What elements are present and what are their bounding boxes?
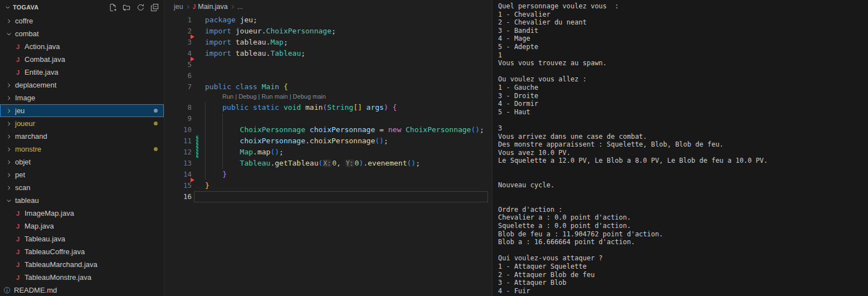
tree-file-tableaucoffre-java[interactable]: JTableauCoffre.java xyxy=(0,245,164,258)
terminal-line: Chevalier a : 0.0 point d'action. xyxy=(498,213,868,222)
code-line-6[interactable]: 6 xyxy=(165,70,492,81)
line-number: 1 xyxy=(165,14,192,26)
code-text: package jeu; xyxy=(205,14,492,26)
line-number: 6 xyxy=(165,70,192,81)
code-text: import tableau.Map; xyxy=(205,37,492,48)
tree-folder-scan[interactable]: scan xyxy=(0,181,164,194)
tree-folder-pet[interactable]: pet xyxy=(0,168,164,181)
terminal-line: 4 - Dormir xyxy=(498,100,868,108)
terminal-line: 4 - Mage xyxy=(498,35,868,43)
program-output-panel[interactable]: Quel personnage voulez vous :1 - Chevali… xyxy=(492,0,868,296)
terminal-line xyxy=(498,67,868,76)
code-text: import joueur.ChoixPersonnage; xyxy=(205,26,492,37)
chevron-right-icon xyxy=(230,4,235,9)
current-line-highlight xyxy=(194,191,488,202)
tree-folder-joueur[interactable]: joueur xyxy=(0,117,164,130)
new-file-icon[interactable] xyxy=(108,3,117,12)
line-number: 13 xyxy=(165,158,192,169)
code-line-13[interactable]: 13Tableau.getTableau(X:0, Y:0).evenement… xyxy=(165,158,492,169)
tree-folder-coffre[interactable]: coffre xyxy=(0,14,164,27)
breadcrumb-folder[interactable]: jeu xyxy=(174,3,183,11)
tree-item-label: Image xyxy=(15,94,35,102)
java-file-icon: J xyxy=(14,236,22,242)
tree-file-tableau-java[interactable]: JTableau.java xyxy=(0,232,164,245)
code-text: Tableau.getTableau(X:0, Y:0).evenement()… xyxy=(205,158,492,169)
code-line-9[interactable]: 9 xyxy=(165,113,492,124)
modified-badge-dot xyxy=(154,147,158,151)
chevron-right-icon xyxy=(186,4,191,9)
tree-file-action-java[interactable]: JAction.java xyxy=(0,40,164,53)
explorer-section-header[interactable]: TOGAVA xyxy=(0,0,164,14)
code-line-15[interactable]: 15} xyxy=(165,180,492,191)
tree-item-label: ImageMap.java xyxy=(25,209,74,217)
terminal-line: Ou voulez vous allez : xyxy=(498,75,868,84)
code-line-3[interactable]: 3import tableau.Map; xyxy=(165,37,492,48)
tree-file-readme-md[interactable]: README.md xyxy=(0,284,164,296)
code-text: import tableau.Tableau; xyxy=(205,48,492,59)
code-line-11[interactable]: 11choixPersonnage.choixPersonnage(); xyxy=(165,135,492,147)
code-line-4[interactable]: 4import tableau.Tableau; xyxy=(165,48,492,59)
code-line-12[interactable]: 12Map.map(); xyxy=(165,147,492,158)
breadcrumb: jeu J Main.java ... xyxy=(165,0,492,13)
terminal-line: Des monstre apparaissent : Squelette, Bl… xyxy=(498,140,868,149)
code-editor: jeu J Main.java ... 1package jeu;2import… xyxy=(165,0,492,296)
tree-folder-combat[interactable]: combat xyxy=(0,27,164,40)
tree-file-tableaumarchand-java[interactable]: JTableauMarchand.java xyxy=(0,258,164,271)
tree-file-combat-java[interactable]: JCombat.java xyxy=(0,53,164,66)
code-text xyxy=(205,70,492,81)
terminal-line: Le Squelette a 12.0 PV, Le Blob a 8.0 PV… xyxy=(498,157,868,165)
tree-file-tableaumonstre-java[interactable]: JTableauMonstre.java xyxy=(0,271,164,284)
code-text: ChoixPersonnage choixPersonnage = new Ch… xyxy=(205,124,492,135)
line-number: 8 xyxy=(165,102,192,113)
line-number: 2 xyxy=(165,26,192,37)
terminal-line: 3 - Attaquer Blob xyxy=(498,279,868,287)
line-number: 14 xyxy=(165,169,192,180)
code-line-10[interactable]: 10ChoixPersonnage choixPersonnage = new … xyxy=(165,124,492,135)
codelens-run-debug[interactable]: Run | Debug | Run main | Debug main xyxy=(165,93,492,102)
tree-folder-deplacement[interactable]: deplacement xyxy=(0,79,164,91)
line-number: 3 xyxy=(165,37,192,48)
tree-folder-tableau[interactable]: tableau xyxy=(0,194,164,207)
chevron-right-icon xyxy=(4,17,13,26)
tree-item-label: Tableau.java xyxy=(25,235,65,243)
refresh-icon[interactable] xyxy=(136,3,145,12)
terminal-line: 3 xyxy=(498,124,868,133)
terminal-line: Vous arrivez dans une case de combat. xyxy=(498,133,868,141)
tree-file-imagemap-java[interactable]: JImageMap.java xyxy=(0,207,164,220)
tree-folder-objet[interactable]: objet xyxy=(0,156,164,168)
code-line-5[interactable]: 5 xyxy=(165,59,492,70)
new-folder-icon[interactable] xyxy=(122,3,131,12)
code-line-7[interactable]: 7public class Main { xyxy=(165,81,492,93)
tree-item-label: README.md xyxy=(14,286,57,294)
java-file-icon: J xyxy=(14,223,22,230)
tree-item-label: marchand xyxy=(15,132,47,140)
gutter xyxy=(192,158,205,169)
tree-folder-monstre[interactable]: monstre xyxy=(0,143,164,156)
code-line-8[interactable]: 8public static void main(String[] args) … xyxy=(165,102,492,113)
tree-item-label: deplacement xyxy=(15,81,56,89)
terminal-line: 2 - Chevalier du neant xyxy=(498,18,868,27)
tree-folder-marchand[interactable]: marchand xyxy=(0,130,164,143)
gutter xyxy=(192,147,205,158)
collapse-all-icon[interactable] xyxy=(150,3,159,12)
breadcrumb-file[interactable]: Main.java xyxy=(198,3,228,11)
chevron-right-icon xyxy=(4,171,13,179)
tree-file-map-java[interactable]: JMap.java xyxy=(0,220,164,232)
code-area[interactable]: 1package jeu;2import joueur.ChoixPersonn… xyxy=(165,13,492,202)
code-line-14[interactable]: 14} xyxy=(165,169,492,180)
code-line-1[interactable]: 1package jeu; xyxy=(165,14,492,26)
tree-item-label: Entite.java xyxy=(25,68,58,76)
tree-folder-jeu[interactable]: jeu xyxy=(0,104,164,117)
breadcrumb-symbol[interactable]: ... xyxy=(237,3,243,11)
java-file-icon: J xyxy=(14,261,22,268)
tree-item-label: pet xyxy=(15,171,25,179)
terminal-line xyxy=(498,116,868,124)
chevron-right-icon xyxy=(4,106,13,115)
modified-badge-dot xyxy=(154,109,158,113)
tree-file-entite-java[interactable]: JEntite.java xyxy=(0,66,164,79)
code-line-2[interactable]: 2import joueur.ChoixPersonnage; xyxy=(165,26,492,37)
gutter xyxy=(192,14,205,26)
tree-folder-image[interactable]: Image xyxy=(0,91,164,104)
terminal-line: 1 - Chevalier xyxy=(498,11,868,19)
line-number: 16 xyxy=(165,191,192,202)
